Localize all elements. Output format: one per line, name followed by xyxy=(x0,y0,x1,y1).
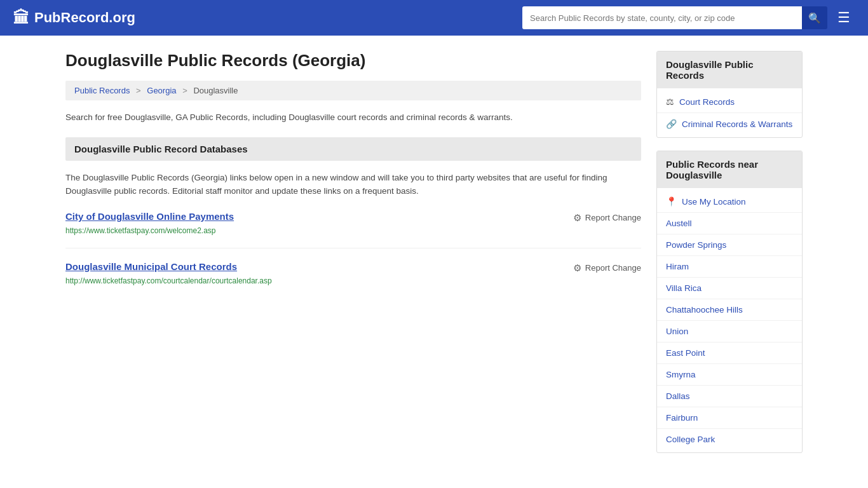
court-records-icon: ⚖ xyxy=(666,97,674,107)
sidebar-criminal-records-label: Criminal Records & Warrants xyxy=(682,119,792,129)
record-entry-2: Douglasville Municipal Court Records ⚙ R… xyxy=(65,261,641,298)
breadcrumb-public-records[interactable]: Public Records xyxy=(74,86,130,95)
db-section-header: Douglasville Public Record Databases xyxy=(65,137,641,161)
nearby-link-college-park[interactable]: College Park xyxy=(657,429,802,450)
header-right: 🔍 ☰ xyxy=(522,6,855,29)
nearby-link-austell[interactable]: Austell xyxy=(657,213,802,234)
search-bar: 🔍 xyxy=(522,6,827,29)
report-change-button-1[interactable]: ⚙ Report Change xyxy=(573,212,641,224)
sidebar-public-records-header: Douglasville Public Records xyxy=(657,51,802,88)
breadcrumb: Public Records > Georgia > Douglasville xyxy=(65,81,641,100)
record-title-2[interactable]: Douglasville Municipal Court Records xyxy=(65,261,237,272)
breadcrumb-georgia[interactable]: Georgia xyxy=(147,86,176,95)
sidebar-public-records-body: ⚖ Court Records 🔗 Criminal Records & War… xyxy=(657,88,802,137)
record-entry-1: City of Douglasville Online Payments ⚙ R… xyxy=(65,211,641,248)
site-logo[interactable]: 🏛 PubRecord.org xyxy=(13,8,135,28)
search-icon: 🔍 xyxy=(808,12,821,24)
report-icon-2: ⚙ xyxy=(573,262,581,274)
page-title: Douglasville Public Records (Georgia) xyxy=(65,51,641,71)
logo-text: PubRecord.org xyxy=(34,10,135,26)
breadcrumb-sep-1: > xyxy=(136,86,141,95)
sidebar: Douglasville Public Records ⚖ Court Reco… xyxy=(656,51,803,453)
nearby-link-dallas[interactable]: Dallas xyxy=(657,386,802,407)
nearby-link-villa-rica[interactable]: Villa Rica xyxy=(657,278,802,299)
breadcrumb-douglasville: Douglasville xyxy=(193,86,238,95)
main-container: Douglasville Public Records (Georgia) Pu… xyxy=(53,36,815,468)
sidebar-link-court-records[interactable]: ⚖ Court Records xyxy=(657,91,802,113)
report-change-label-1: Report Change xyxy=(585,213,641,222)
sidebar-nearby-header: Public Records near Douglasville xyxy=(657,151,802,188)
record-title-1[interactable]: City of Douglasville Online Payments xyxy=(65,211,234,222)
record-url-1[interactable]: https://www.ticketfastpay.com/welcome2.a… xyxy=(65,226,641,235)
nearby-link-east-point[interactable]: East Point xyxy=(657,342,802,364)
site-header: 🏛 PubRecord.org 🔍 ☰ xyxy=(0,0,868,36)
search-button[interactable]: 🔍 xyxy=(802,6,827,29)
nearby-link-fairburn[interactable]: Fairburn xyxy=(657,407,802,429)
sidebar-nearby-body: 📍 Use My Location Austell Powder Springs… xyxy=(657,188,802,452)
use-my-location-label: Use My Location xyxy=(682,197,746,207)
sidebar-court-records-label: Court Records xyxy=(679,97,735,107)
sidebar-link-criminal-records[interactable]: 🔗 Criminal Records & Warrants xyxy=(657,113,802,135)
criminal-records-icon: 🔗 xyxy=(666,119,677,129)
db-description: The Douglasville Public Records (Georgia… xyxy=(65,171,641,198)
logo-icon: 🏛 xyxy=(13,8,29,28)
record-row-1: City of Douglasville Online Payments ⚙ R… xyxy=(65,211,641,224)
report-icon-1: ⚙ xyxy=(573,212,581,224)
nearby-link-hiram[interactable]: Hiram xyxy=(657,256,802,278)
record-row-2: Douglasville Municipal Court Records ⚙ R… xyxy=(65,261,641,274)
nearby-link-powder-springs[interactable]: Powder Springs xyxy=(657,234,802,256)
nearby-link-union[interactable]: Union xyxy=(657,321,802,342)
menu-icon[interactable]: ☰ xyxy=(832,7,855,29)
report-change-label-2: Report Change xyxy=(585,263,641,273)
sidebar-nearby-card: Public Records near Douglasville 📍 Use M… xyxy=(656,151,803,453)
report-change-button-2[interactable]: ⚙ Report Change xyxy=(573,262,641,274)
sidebar-public-records-card: Douglasville Public Records ⚖ Court Reco… xyxy=(656,51,803,138)
nearby-link-chattahoochee-hills[interactable]: Chattahoochee Hills xyxy=(657,299,802,321)
use-my-location-link[interactable]: 📍 Use My Location xyxy=(657,191,802,213)
main-content: Douglasville Public Records (Georgia) Pu… xyxy=(65,51,641,453)
location-icon: 📍 xyxy=(666,196,677,207)
intro-text: Search for free Douglasville, GA Public … xyxy=(65,111,641,125)
search-input[interactable] xyxy=(522,6,802,29)
record-url-2[interactable]: http://www.ticketfastpay.com/courtcalend… xyxy=(65,276,641,285)
breadcrumb-sep-2: > xyxy=(182,86,187,95)
nearby-link-smyrna[interactable]: Smyrna xyxy=(657,364,802,386)
